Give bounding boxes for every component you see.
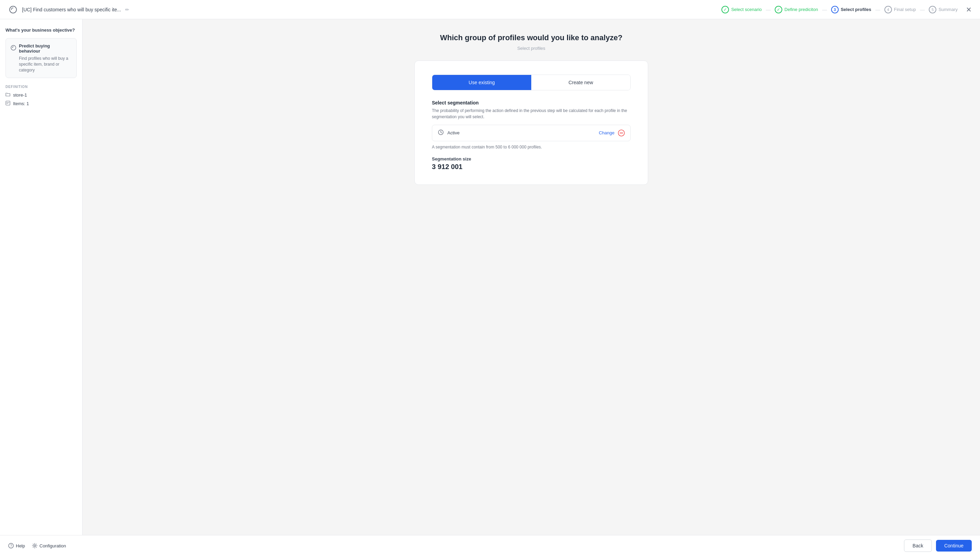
step-nav: ✓ Select scenario — ✓ Define prediciton … bbox=[721, 5, 972, 14]
main-card: Use existing Create new Select segmentat… bbox=[414, 60, 648, 185]
content-area: Which group of profiles would you like t… bbox=[83, 19, 980, 535]
seg-selector-right: Change bbox=[599, 129, 625, 136]
sep-2: — bbox=[822, 7, 827, 12]
sep-1: — bbox=[766, 7, 771, 12]
segmentation-selector: Active Change bbox=[432, 125, 631, 141]
step-5-label: Summary bbox=[938, 7, 957, 12]
profile-toggle: Use existing Create new bbox=[432, 74, 631, 91]
step-2: ✓ Define prediciton bbox=[775, 6, 818, 13]
sidebar-objective-card: Predict buying behaviour Find profiles w… bbox=[5, 38, 77, 78]
header: [UC] Find customers who will buy specifi… bbox=[0, 0, 980, 19]
segmentation-icon bbox=[438, 129, 444, 137]
folder-icon bbox=[5, 92, 10, 98]
header-title: [UC] Find customers who will buy specifi… bbox=[22, 7, 121, 12]
change-segmentation-button[interactable]: Change bbox=[599, 130, 614, 136]
use-existing-button[interactable]: Use existing bbox=[432, 75, 531, 90]
sidebar-heading: What's your business objective? bbox=[5, 27, 77, 32]
edit-icon[interactable]: ✏ bbox=[125, 7, 129, 12]
app-logo-icon bbox=[8, 5, 18, 15]
definition-store: store-1 bbox=[5, 92, 77, 98]
sidebar-card-header: Predict buying behaviour bbox=[11, 43, 71, 53]
footer-links: ? Help Configuration bbox=[8, 543, 66, 548]
footer-actions: Back Continue bbox=[904, 540, 972, 552]
step-2-label: Define prediciton bbox=[784, 7, 818, 12]
items-icon bbox=[5, 101, 10, 107]
configuration-label: Configuration bbox=[40, 543, 66, 548]
step-1-label: Select scenario bbox=[731, 7, 762, 12]
svg-point-8 bbox=[34, 545, 36, 547]
sep-3: — bbox=[875, 7, 880, 12]
definition-items: Items: 1 bbox=[5, 101, 77, 107]
definition-items-label: Items: 1 bbox=[13, 101, 29, 106]
main-layout: What's your business objective? Predict … bbox=[0, 19, 980, 535]
step-3-label: Select profiles bbox=[841, 7, 871, 12]
page-subtitle: Select profiles bbox=[517, 46, 545, 51]
sep-4: — bbox=[920, 7, 925, 12]
step-1-check: ✓ bbox=[721, 6, 729, 13]
back-button[interactable]: Back bbox=[904, 540, 932, 552]
page-title: Which group of profiles would you like t… bbox=[440, 33, 622, 43]
create-new-button[interactable]: Create new bbox=[531, 75, 630, 90]
segmentation-note: A segmentation must contain from 500 to … bbox=[432, 145, 631, 149]
predict-icon bbox=[11, 45, 16, 52]
step-4: 4 Final setup bbox=[884, 6, 916, 13]
continue-button[interactable]: Continue bbox=[936, 540, 972, 551]
step-1: ✓ Select scenario bbox=[721, 6, 762, 13]
close-button[interactable]: ✕ bbox=[966, 5, 972, 14]
step-4-label: Final setup bbox=[894, 7, 916, 12]
segmentation-name: Active bbox=[447, 130, 459, 136]
configuration-button[interactable]: Configuration bbox=[32, 543, 66, 548]
help-label: Help bbox=[16, 543, 25, 548]
svg-rect-0 bbox=[6, 101, 10, 105]
remove-segmentation-button[interactable] bbox=[618, 129, 625, 136]
section-desc: The probability of performing the action… bbox=[432, 108, 631, 120]
step-4-circle: 4 bbox=[884, 6, 892, 13]
definition-store-label: store-1 bbox=[13, 92, 27, 98]
step-3-circle: 3 bbox=[831, 6, 839, 13]
seg-selector-left: Active bbox=[438, 129, 459, 137]
step-5-circle: 5 bbox=[929, 6, 936, 13]
sidebar-card-title: Predict buying behaviour bbox=[19, 43, 71, 53]
footer: ? Help Configuration Back Continue bbox=[0, 535, 980, 556]
step-2-check: ✓ bbox=[775, 6, 782, 13]
step-5: 5 Summary bbox=[929, 6, 957, 13]
seg-size-label: Segmentation size bbox=[432, 156, 631, 162]
step-3: 3 Select profiles bbox=[831, 6, 871, 13]
sidebar: What's your business objective? Predict … bbox=[0, 19, 83, 535]
sidebar-card-desc: Find profiles who will buy a specific it… bbox=[11, 56, 71, 73]
seg-size-value: 3 912 001 bbox=[432, 163, 631, 171]
svg-text:?: ? bbox=[10, 544, 12, 548]
header-left: [UC] Find customers who will buy specifi… bbox=[8, 5, 129, 15]
definition-label: DEFINITION bbox=[5, 85, 77, 89]
section-title: Select segmentation bbox=[432, 100, 631, 105]
help-button[interactable]: ? Help bbox=[8, 543, 25, 548]
